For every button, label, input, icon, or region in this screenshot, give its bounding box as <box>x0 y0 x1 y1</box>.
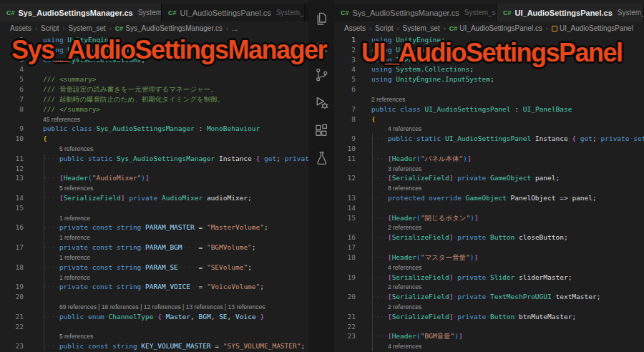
code-line: 16····private·const·string·PARAM_MASTER·… <box>0 223 308 233</box>
breadcrumb-item-Assets[interactable]: Assets <box>10 24 31 32</box>
codelens[interactable]: 1 reference <box>24 233 308 243</box>
breadcrumb-item-Assets[interactable]: Assets <box>344 24 366 32</box>
code-line-content[interactable]: /// 音量設定の読み書きを一元管理するマネージャー。 <box>24 84 308 94</box>
code-line-content[interactable]: ····public·enum·ChannelType·{·Master,·BG… <box>24 312 308 322</box>
codelens-text[interactable]: 1 reference <box>43 274 90 281</box>
codelens[interactable]: 8 references <box>356 183 644 193</box>
code-line-content[interactable] <box>356 144 644 154</box>
codelens[interactable]: 4 references <box>356 124 644 134</box>
code-line-content[interactable]: ····[Header("パネル本体")] <box>356 154 644 164</box>
code-token: "パネル本体" <box>421 155 464 162</box>
code-line-content[interactable]: public·class·Sys_AudioSettingsManager·:·… <box>24 124 308 134</box>
codelens-text[interactable]: 2 references <box>371 303 421 311</box>
code-line-content[interactable] <box>24 64 308 74</box>
testing-icon[interactable] <box>313 150 330 167</box>
code-line-content[interactable] <box>24 164 308 174</box>
codelens-text[interactable]: 5 references <box>43 145 93 152</box>
code-line-content[interactable]: public·class·UI_AudioSettingsPanel·:·UI_… <box>356 104 644 114</box>
codelens[interactable]: 2 references <box>356 282 644 292</box>
codelens[interactable]: 2 references <box>356 223 644 233</box>
codelens[interactable]: 2 references <box>356 94 644 104</box>
codelens-text[interactable]: 69 references | 16 references | 12 refer… <box>43 303 265 311</box>
line-number: 5 <box>334 74 356 84</box>
code-line-content[interactable] <box>356 243 644 253</box>
code-editor[interactable]: 1using·UnityEngine;2using·UnityEngine.Au… <box>0 35 308 352</box>
codelens-text[interactable]: 4 references <box>371 343 421 350</box>
code-line-content[interactable]: ····public·const·string·KEY_VOLUME_MASTE… <box>24 341 308 351</box>
code-line-content[interactable]: { <box>24 134 308 144</box>
code-line-content[interactable]: ····private·const·string·PARAM_BGM····=·… <box>24 243 308 253</box>
codelens-text[interactable]: 4 references <box>371 264 421 271</box>
codelens-text[interactable]: 1 reference <box>43 215 90 222</box>
code-line-content[interactable]: /// </summary> <box>24 104 308 114</box>
breadcrumb-item-UI_AudioSettingsPanel.cs[interactable]: C#UI_AudioSettingsPanel.cs <box>449 24 542 32</box>
code-line-content[interactable]: ····[SerializeField]·private·Button·btnM… <box>356 312 644 322</box>
code-line-content[interactable] <box>356 203 644 213</box>
tab-UI_AudioSettingsPanel.cs[interactable]: C#UI_AudioSettingsPanel.csSystem_set <box>497 4 644 21</box>
breadcrumb-item-Script[interactable]: Script <box>41 24 59 32</box>
code-line-content[interactable]: ····[Header("BGM音量")] <box>356 331 644 341</box>
code-line-content[interactable]: ····public·static·Sys_AudioSettingsManag… <box>24 154 308 164</box>
run-debug-icon[interactable] <box>313 94 330 111</box>
codelens-text[interactable]: 5 references <box>43 333 93 340</box>
codelens[interactable]: 5 references <box>24 331 308 341</box>
codelens[interactable]: 4 references <box>356 263 644 273</box>
tab-Sys_AudioSettingsManager.cs[interactable]: C#Sys_AudioSettingsManager.csSystem_set <box>334 4 497 21</box>
breadcrumb-item-System_set[interactable]: System_set <box>69 24 106 32</box>
codelens[interactable]: 5 references <box>24 183 308 193</box>
codelens[interactable]: 45 references <box>24 114 308 124</box>
code-line-content[interactable]: using·UnityEngine.InputSystem; <box>356 74 644 84</box>
code-line-content[interactable]: ····[SerializeField]·private·Button·clos… <box>356 233 644 243</box>
code-line-content[interactable]: ····[Header("閉じるボタン")] <box>356 213 644 223</box>
code-line-content[interactable] <box>356 84 644 94</box>
tab-Sys_AudioSettingsManager.cs[interactable]: C#Sys_AudioSettingsManager.csSystem_set <box>0 4 162 21</box>
extensions-icon[interactable] <box>313 122 330 139</box>
codelens[interactable]: 1 reference <box>24 273 308 283</box>
codelens-text[interactable]: 2 references <box>371 224 421 231</box>
codelens-text[interactable]: 1 reference <box>43 234 90 241</box>
breadcrumb-item-...[interactable]: ... <box>232 24 238 32</box>
code-line-content[interactable]: ····private·const·string·PARAM_SE·····=·… <box>24 263 308 273</box>
code-line-content[interactable]: { <box>356 114 644 124</box>
code-line-content[interactable]: ····[Header("マスター音量")] <box>356 253 644 263</box>
code-line-content[interactable] <box>24 203 308 213</box>
breadcrumb-item-Sys_AudioSettingsManager.cs[interactable]: C#Sys_AudioSettingsManager.cs <box>115 24 223 32</box>
code-line-content[interactable]: ····[SerializeField]·private·AudioMixer·… <box>24 193 308 203</box>
source-control-icon[interactable] <box>313 66 330 83</box>
breadcrumb-separator-icon: › <box>226 25 228 32</box>
breadcrumb-item-UI_AudioSettingsPanel[interactable]: UI_AudioSettingsPanel <box>552 24 633 32</box>
code-line-content[interactable]: ····public·static·UI_AudioSettingsPanel·… <box>356 134 644 144</box>
breadcrumb-item-Script[interactable]: Script <box>375 24 394 32</box>
code-line-content[interactable]: ····[SerializeField]·private·GameObject·… <box>356 173 644 183</box>
codelens-text[interactable]: 2 references <box>371 96 405 103</box>
codelens-text[interactable]: 3 references <box>371 165 421 172</box>
codelens-text[interactable]: 2 references <box>371 283 421 290</box>
code-line-content[interactable]: ····[SerializeField]·private·Slider·slid… <box>356 273 644 283</box>
code-line-content[interactable] <box>24 292 308 302</box>
code-line-content[interactable]: ····[Header("AudioMixer")] <box>24 173 308 183</box>
codelens[interactable]: 1 reference <box>24 213 308 223</box>
codelens[interactable]: 2 references <box>356 302 644 312</box>
code-line-content[interactable]: /// <summary> <box>24 74 308 84</box>
code-line-content[interactable]: ····[SerializeField]·private·TextMeshPro… <box>356 292 644 302</box>
code-line-content[interactable] <box>356 322 644 332</box>
code-line-content[interactable]: ····protected·override·GameObject·PanelO… <box>356 193 644 203</box>
codelens-text[interactable]: 4 references <box>371 125 421 132</box>
codelens-text[interactable]: 8 references <box>371 185 421 192</box>
codelens-text[interactable]: 45 references <box>43 116 80 123</box>
code-line-content[interactable] <box>24 322 308 332</box>
codelens[interactable]: 4 references <box>356 341 644 351</box>
codelens-text[interactable]: 1 reference <box>43 254 90 261</box>
codelens-text[interactable]: 5 references <box>43 185 93 192</box>
explorer-icon[interactable] <box>313 10 330 27</box>
breadcrumb-item-System_set[interactable]: System_set <box>403 24 440 32</box>
code-line-content[interactable]: /// 起動時の爆音防止のため、初期化タイミングを制御。 <box>24 94 308 104</box>
code-line-content[interactable]: ····private·const·string·PARAM_MASTER·=·… <box>24 223 308 233</box>
tab-UI_AudioSettingsPanel.cs[interactable]: C#UI_AudioSettingsPanel.csSystem_set <box>162 4 305 21</box>
codelens[interactable]: 1 reference <box>24 253 308 263</box>
codelens[interactable]: 3 references <box>356 164 644 174</box>
code-line-content[interactable]: ····private·const·string·PARAM_VOICE··=·… <box>24 282 308 292</box>
code-editor[interactable]: 1using·UnityEngine;2using·UnityEngine.UI… <box>334 35 644 352</box>
codelens[interactable]: 5 references <box>24 144 308 154</box>
codelens[interactable]: 69 references | 16 references | 12 refer… <box>24 302 308 312</box>
